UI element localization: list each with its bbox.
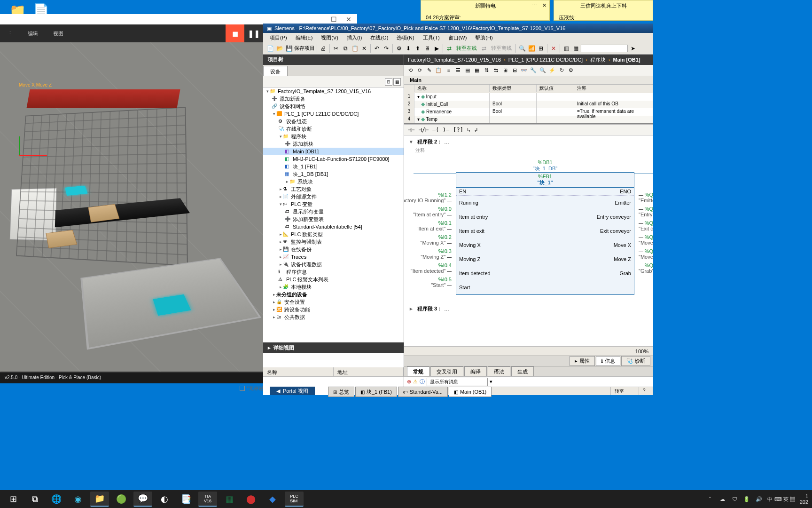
tab-devices[interactable]: 设备 [263,66,288,76]
info-icon[interactable]: ⓘ [420,378,425,385]
delete-icon[interactable]: ✕ [360,44,368,53]
taskbar-edge[interactable]: ◉ [69,492,87,507]
tree-std-tag-table[interactable]: Standard-Variablentabelle [54] [293,224,362,230]
tree-local-modules[interactable]: 本地模块 [291,284,312,291]
tree-program-blocks[interactable]: 程序块 [291,133,306,140]
new-project-icon[interactable]: 📄 [266,44,274,53]
tb-icon[interactable]: ▦ [473,66,481,75]
tb-icon[interactable]: 👓 [520,66,528,75]
start-sim-icon[interactable]: ▶ [432,44,441,53]
tia-titlebar[interactable]: ▣ Siemens - E:\Reference\PLC\00_Factory\… [263,24,653,33]
grid-icon[interactable]: ▦ [393,78,401,86]
tb-icon[interactable]: 🔧 [529,66,538,75]
search-icon[interactable]: 🔍 [518,44,526,53]
network-area[interactable]: ▾程序段 2 :… 注释 %DB1"块_1_DB" %FB1"块_1" ENEN… [404,135,653,346]
tb-icon[interactable]: ⚙ [567,66,575,75]
fb-pin-row[interactable]: %I0.0"Item at entry" —Item at entryEntry… [456,210,634,224]
interface-row[interactable]: 2 ◆ Initial_CallBoolInitial call of this… [404,101,653,108]
message-filter-select[interactable]: 显示所有消息 [427,378,488,386]
go-online-button[interactable]: 转至在线 [454,45,479,52]
tb-icon[interactable]: ⇅ [482,66,491,75]
tb-icon[interactable]: ⊞ [501,66,509,75]
tab-properties[interactable]: ▸属性 [570,356,595,366]
doc-tab-main[interactable]: ◧ Main (OB1) [449,387,492,397]
dropdown-icon[interactable]: ▾ [490,379,492,385]
tb-icon[interactable]: ✎ [425,66,433,75]
subtab-compile[interactable]: 编译 [464,366,487,376]
lad-box[interactable]: [?] [453,127,463,133]
taskbar-record[interactable]: ⬤ [242,492,260,507]
lad-branch[interactable]: ↳ [467,127,470,133]
upload-icon[interactable]: ⬆ [414,44,422,53]
more-icon[interactable]: ⋯ [532,2,537,8]
zoom-value[interactable]: 100% [635,349,648,354]
sticky-note-2[interactable]: 三信同达机床上下料 压液线: [554,0,653,21]
tree-traces[interactable]: Traces [291,254,306,260]
doc-tab-fb1[interactable]: ◧ 块_1 (FB1) [355,387,397,397]
menu-view[interactable]: 视图 [46,30,71,37]
interface-row[interactable]: 4▾ ◆ Temp [404,116,653,123]
tree-plc-datatypes[interactable]: PLC 数据类型 [291,231,323,238]
menu-tools[interactable]: 工具(T) [419,33,444,42]
axis-gizmo[interactable] [19,155,47,156]
doc-tab-overview[interactable]: ⊞ 总览 [328,387,354,397]
tb-icon[interactable]: ▤ [463,66,472,75]
tray-ime[interactable]: 中 ⌨ 英 ▦ [767,496,795,503]
tree-main-ob1[interactable]: Main [OB1] [293,149,319,154]
detail-view-header[interactable]: ▸详细视图 [263,342,404,353]
tree-fb1[interactable]: 块_1 [FB1] [293,163,318,170]
cross-ref-icon[interactable]: ⊞ [537,44,545,53]
fb-pin-row[interactable]: %I0.2"Moving X" —Moving XMove X— %Q0.2"M… [456,238,634,252]
stop-button[interactable]: ◼ [226,24,244,42]
copy-icon[interactable]: ⧉ [341,44,350,53]
tree-system-blocks[interactable]: 系统块 [297,178,313,185]
taskbar-app[interactable]: 📑 [177,492,195,507]
close-icon[interactable]: ✕ [542,2,547,8]
taskbar-ie[interactable]: 🌐 [47,492,66,507]
hmi-icon[interactable]: 🖥 [423,44,431,53]
lad-branch-close[interactable]: ↲ [474,127,477,133]
tb-icon[interactable]: 🔍 [539,66,547,75]
interface-row[interactable]: 1▾ ◆ Input [404,93,653,101]
tab-diagnostics[interactable]: 🩺诊断 [621,356,650,366]
sticky-note-1[interactable]: 新疆特电 ⋯ ✕ 04 28方案评审: [421,0,550,21]
tree-cross-device[interactable]: 跨设备功能 [284,306,310,313]
layout-icon[interactable]: ▦ [571,44,580,53]
interface-table[interactable]: 名称 数据类型 默认值 注释 1▾ ◆ Input2 ◆ Initial_Cal… [404,85,653,124]
tray-up-icon[interactable]: ˄ [706,495,714,503]
subtab-general[interactable]: 常规 [407,366,429,376]
taskbar-plcsim[interactable]: PLCSIM [285,492,304,507]
tree-db1[interactable]: 块_1_DB [DB1] [293,171,328,178]
tree-online-backup[interactable]: 在线备份 [291,246,312,253]
split-icon[interactable]: ▥ [562,44,570,53]
detail-col-name[interactable]: 名称 [263,367,334,376]
tray-battery-icon[interactable]: 🔋 [743,495,750,503]
tree-tech-objects[interactable]: 工艺对象 [291,186,312,193]
tray-shield-icon[interactable]: 🛡 [731,495,738,503]
portal-view-button[interactable]: ◀ Portal 视图 [270,387,315,395]
tree-fc9000[interactable]: MHJ-PLC-Lab-Function-S71200 [FC9000] [293,156,389,162]
tree-common-data[interactable]: 公共数据 [284,314,305,321]
undo-icon[interactable]: ↶ [373,44,381,53]
go-offline-icon[interactable]: ⇄ [480,44,488,53]
network-2-header[interactable]: ▾程序段 2 :… [404,137,653,146]
open-icon[interactable]: 📂 [275,44,284,53]
compile-icon[interactable]: ⚙ [395,44,403,53]
redo-icon[interactable]: ↷ [382,44,390,53]
project-tree[interactable]: ▾📁FactoryIO_Template_S7-1200_V15_V16 ➕添加… [263,87,404,342]
taskbar-explorer[interactable]: 📁 [90,492,109,507]
menu-options[interactable]: 选项(N) [393,33,418,42]
go-online-icon[interactable]: ⇄ [445,44,453,53]
tree-security[interactable]: 安全设置 [284,299,305,306]
tree-add-tag-table[interactable]: 添加新变量表 [293,216,324,223]
tree-device-config[interactable]: 设备组态 [286,118,307,125]
subtab-crossref[interactable]: 交叉引用 [430,366,463,376]
menu-window[interactable]: 窗口(W) [445,33,471,42]
tree-ungrouped[interactable]: 未分组的设备 [276,292,307,297]
interface-row[interactable]: 3 ◆ RemanenceBool=True, if remanent data… [404,108,653,116]
tray-cloud-icon[interactable]: ☁ [718,495,726,503]
fb-pin-row[interactable]: %I0.4"Item detected" —Item detectedGrab—… [456,266,634,280]
accessible-icon[interactable]: 📶 [527,44,536,53]
error-icon[interactable]: ⊗ [407,379,411,385]
detail-col-address[interactable]: 地址 [334,367,404,376]
